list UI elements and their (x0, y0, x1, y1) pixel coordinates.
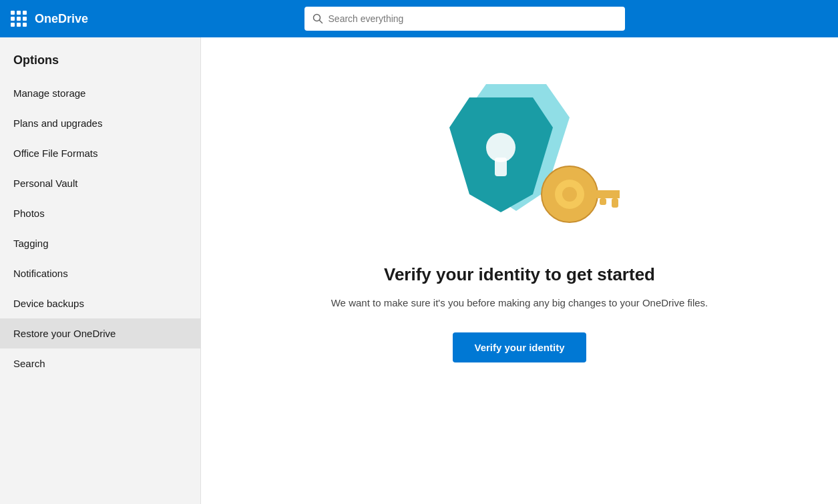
main-content: Verify your identity to get started We w… (200, 37, 838, 504)
app-logo: OneDrive (35, 12, 88, 26)
sidebar-item-device-backups[interactable]: Device backups (0, 288, 200, 318)
sidebar: Options Manage storage Plans and upgrade… (0, 37, 200, 504)
sidebar-item-photos[interactable]: Photos (0, 198, 200, 228)
page-description: We want to make sure it's you before mak… (331, 296, 708, 311)
svg-rect-8 (612, 198, 618, 208)
content-inner: Verify your identity to get started We w… (219, 37, 820, 389)
svg-rect-7 (590, 190, 620, 198)
page-title: Verify your identity to get started (384, 264, 655, 285)
sidebar-item-tagging[interactable]: Tagging (0, 228, 200, 258)
sidebar-heading: Options (0, 48, 200, 78)
verify-identity-button[interactable]: Verify your identity (453, 332, 586, 362)
svg-rect-9 (600, 198, 606, 205)
sidebar-item-restore-onedrive[interactable]: Restore your OneDrive (0, 318, 200, 348)
app-grid-icon[interactable] (11, 11, 27, 27)
sidebar-item-office-file-formats[interactable]: Office File Formats (0, 138, 200, 168)
app-header: OneDrive (0, 0, 838, 37)
global-search-bar[interactable] (304, 7, 625, 31)
svg-line-1 (319, 21, 322, 23)
sidebar-item-manage-storage[interactable]: Manage storage (0, 78, 200, 108)
main-layout: Options Manage storage Plans and upgrade… (0, 37, 838, 504)
security-illustration (419, 64, 620, 251)
sidebar-item-notifications[interactable]: Notifications (0, 258, 200, 288)
svg-point-6 (562, 187, 577, 202)
search-icon (312, 13, 323, 24)
sidebar-item-search[interactable]: Search (0, 348, 200, 379)
svg-rect-3 (495, 158, 507, 176)
search-input[interactable] (329, 13, 617, 24)
sidebar-item-personal-vault[interactable]: Personal Vault (0, 168, 200, 198)
sidebar-item-plans-upgrades[interactable]: Plans and upgrades (0, 108, 200, 138)
